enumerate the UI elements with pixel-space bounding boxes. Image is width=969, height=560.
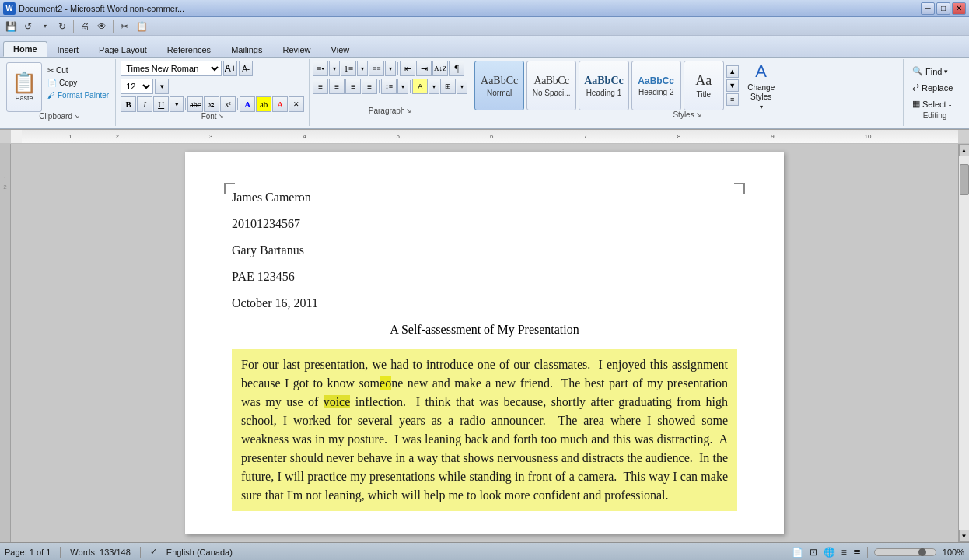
highlight-color-button[interactable]: ab: [256, 96, 271, 112]
redo-button[interactable]: ↻: [54, 19, 70, 33]
underline-button[interactable]: U: [153, 96, 169, 112]
increase-indent-button[interactable]: ⇥: [416, 61, 432, 76]
style-title-button[interactable]: Aa Title: [684, 61, 724, 110]
sort-button[interactable]: A↓Z: [432, 61, 448, 76]
format-painter-button[interactable]: 🖌 Format Painter: [44, 89, 112, 101]
zoom-level[interactable]: 100%: [943, 548, 964, 557]
scroll-up-button[interactable]: ▲: [959, 144, 970, 156]
align-right-button[interactable]: ≡: [345, 79, 361, 94]
borders-button[interactable]: ⊞: [440, 79, 456, 94]
restore-button[interactable]: □: [936, 2, 950, 15]
undo-button[interactable]: ↺: [20, 19, 36, 33]
spell-check-icon[interactable]: ✓: [150, 547, 157, 557]
text-effects-button[interactable]: A: [240, 96, 255, 112]
font-size-select[interactable]: 12: [121, 79, 153, 94]
title-bar-left: W Document2 - Microsoft Word non-commer.…: [3, 2, 184, 15]
numbering-dropdown-button[interactable]: ▾: [357, 61, 368, 76]
paste-button[interactable]: 📋 Paste: [6, 62, 42, 112]
style-nospacing-button[interactable]: AaBbCc No Spaci...: [526, 61, 576, 110]
show-marks-button[interactable]: ¶: [449, 61, 464, 76]
clear-format-button[interactable]: ✕: [289, 96, 304, 112]
styles-scroll-up-button[interactable]: ▲: [726, 65, 739, 78]
line-spacing-button[interactable]: ↕≡: [381, 79, 397, 94]
font-size-down-button[interactable]: A-: [239, 61, 253, 76]
shading-dropdown-button[interactable]: ▾: [429, 79, 439, 94]
cut-button[interactable]: ✂ Cut: [44, 65, 112, 76]
font-size-up-button[interactable]: A+: [223, 61, 237, 76]
decrease-indent-button[interactable]: ⇤: [400, 61, 415, 76]
view-fullscreen-button[interactable]: ⊡: [810, 547, 817, 558]
replace-button[interactable]: ⇄ Replace: [907, 80, 963, 95]
find-button[interactable]: 🔍 Find ▾: [907, 64, 963, 79]
styles-scroll-more-button[interactable]: ≡: [726, 93, 739, 106]
minimize-button[interactable]: ─: [921, 2, 935, 15]
multilevel-list-button[interactable]: ≡≡: [369, 61, 384, 76]
language[interactable]: English (Canada): [166, 548, 233, 557]
tab-view-main[interactable]: View: [321, 42, 360, 57]
tab-review-main[interactable]: Review: [272, 42, 320, 57]
shading-button[interactable]: A: [412, 79, 428, 94]
align-center-button[interactable]: ≡: [329, 79, 345, 94]
cut-tb-button[interactable]: ✂: [117, 19, 132, 33]
course-code-line[interactable]: PAE 123456: [232, 270, 737, 284]
paragraph-group-label[interactable]: Paragraph ↘: [313, 107, 467, 115]
select-button[interactable]: ▦ Select -: [907, 96, 963, 111]
justify-button[interactable]: ≡: [362, 79, 377, 94]
tab-insert-main[interactable]: Insert: [47, 42, 89, 57]
font-size-dropdown-button[interactable]: ▾: [155, 79, 169, 94]
student-id-line[interactable]: 20101234567: [232, 217, 737, 231]
bold-button[interactable]: B: [121, 96, 136, 112]
style-heading2-button[interactable]: AaBbCc Heading 2: [631, 61, 681, 110]
font-color-button[interactable]: A: [272, 96, 288, 112]
close-button[interactable]: ✕: [952, 2, 966, 15]
change-styles-button[interactable]: A ChangeStyles ▾: [741, 61, 782, 110]
scroll-down-button[interactable]: ▼: [959, 530, 970, 542]
print-button[interactable]: 🖨: [77, 19, 93, 33]
copy-button[interactable]: 📄 Copy: [44, 77, 112, 89]
save-button[interactable]: 💾: [3, 19, 19, 33]
underline-dropdown-button[interactable]: ▾: [170, 96, 184, 112]
left-bar-marker-1[interactable]: 1: [0, 175, 10, 182]
numbering-button[interactable]: 1≡: [341, 61, 356, 76]
styles-scroll-down-button[interactable]: ▼: [726, 79, 739, 92]
tab-pagelayout-main[interactable]: Page Layout: [89, 42, 157, 57]
document-title[interactable]: A Self-assessment of My Presentation: [232, 323, 737, 337]
zoom-slider[interactable]: [874, 548, 936, 556]
author-name-line[interactable]: James Cameron: [232, 191, 737, 205]
copy-tb-button[interactable]: 📋: [134, 19, 149, 33]
subscript-button[interactable]: x₂: [204, 96, 219, 112]
style-normal-button[interactable]: AaBbCc Normal: [474, 61, 524, 110]
bullets-button[interactable]: ≡•: [313, 61, 328, 76]
superscript-button[interactable]: x²: [220, 96, 236, 112]
tab-home-main[interactable]: Home: [3, 41, 47, 57]
zoom-thumb[interactable]: [918, 548, 926, 556]
font-group-label[interactable]: Font ↘: [121, 112, 304, 121]
date-line[interactable]: October 16, 2011: [232, 296, 737, 310]
scroll-track[interactable]: [959, 156, 970, 530]
page-corner-tl: [224, 183, 235, 194]
scroll-thumb[interactable]: [960, 164, 969, 195]
ruler-content: 1 2 3 4 5 6 7 8 9 10: [22, 130, 958, 143]
tab-references-main[interactable]: References: [157, 42, 221, 57]
style-heading1-button[interactable]: AaBbCc Heading 1: [579, 61, 629, 110]
bullets-dropdown-button[interactable]: ▾: [329, 61, 340, 76]
document-body[interactable]: For our last presentation, we had to int…: [232, 349, 737, 511]
undo-dropdown-button[interactable]: ▾: [37, 19, 53, 33]
view-draft-button[interactable]: ≣: [853, 547, 861, 558]
view-web-button[interactable]: 🌐: [824, 547, 835, 558]
align-left-button[interactable]: ≡: [313, 79, 328, 94]
title-bar-buttons: ─ □ ✕: [921, 2, 966, 15]
teacher-name-line[interactable]: Gary Bartanus: [232, 243, 737, 257]
tab-mailings-main[interactable]: Mailings: [221, 42, 272, 57]
strikethrough-button[interactable]: abc: [187, 96, 203, 112]
print-preview-button[interactable]: 👁: [94, 19, 110, 33]
font-family-select[interactable]: Times New Roman: [121, 61, 222, 76]
view-print-button[interactable]: 📄: [792, 547, 803, 558]
borders-dropdown-button[interactable]: ▾: [457, 79, 467, 94]
multilevel-dropdown-button[interactable]: ▾: [385, 61, 396, 76]
clipboard-group-label[interactable]: Clipboard ↘: [6, 112, 112, 121]
view-outline-button[interactable]: ≡: [841, 547, 847, 558]
styles-group-label[interactable]: Styles ↘: [474, 110, 900, 119]
line-spacing-dropdown-button[interactable]: ▾: [397, 79, 408, 94]
italic-button[interactable]: I: [137, 96, 152, 112]
